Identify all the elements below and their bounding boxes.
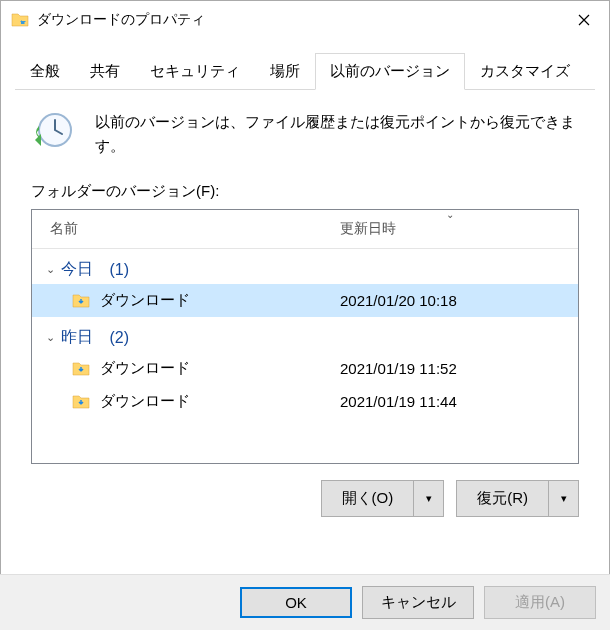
info-text: 以前のバージョンは、ファイル履歴または復元ポイントから復元できます。	[95, 110, 579, 158]
open-button[interactable]: 開く(O)	[321, 480, 415, 517]
column-name[interactable]: 名前	[32, 210, 322, 248]
close-button[interactable]	[561, 4, 607, 36]
open-dropdown[interactable]: ▾	[414, 480, 444, 517]
tab-security[interactable]: セキュリティ	[135, 53, 255, 90]
action-buttons: 開く(O) ▾ 復元(R) ▾	[1, 464, 609, 517]
list-header: 名前 ⌄ 更新日時	[32, 210, 578, 249]
item-date: 2021/01/19 11:44	[340, 393, 457, 410]
tab-strip: 全般 共有 セキュリティ 場所 以前のバージョン カスタマイズ	[1, 39, 609, 90]
item-date: 2021/01/19 11:52	[340, 360, 457, 377]
chevron-down-icon: ⌄	[46, 263, 55, 276]
tab-sharing[interactable]: 共有	[75, 53, 135, 90]
download-folder-icon	[72, 292, 90, 310]
item-name: ダウンロード	[100, 291, 340, 310]
download-folder-icon	[72, 393, 90, 411]
item-name: ダウンロード	[100, 392, 340, 411]
tab-general[interactable]: 全般	[15, 53, 75, 90]
tab-previous-versions[interactable]: 以前のバージョン	[315, 53, 465, 90]
window-title: ダウンロードのプロパティ	[37, 11, 561, 29]
info-block: 以前のバージョンは、ファイル履歴または復元ポイントから復元できます。	[31, 110, 579, 158]
titlebar: ダウンロードのプロパティ	[1, 1, 609, 39]
ok-button[interactable]: OK	[240, 587, 352, 618]
list-item[interactable]: ダウンロード 2021/01/19 11:44	[32, 385, 578, 418]
restore-dropdown[interactable]: ▾	[549, 480, 579, 517]
item-name: ダウンロード	[100, 359, 340, 378]
column-date[interactable]: ⌄ 更新日時	[322, 210, 578, 248]
list-item[interactable]: ダウンロード 2021/01/19 11:52	[32, 352, 578, 385]
restore-clock-icon	[31, 110, 75, 154]
versions-list[interactable]: 名前 ⌄ 更新日時 ⌄ 今日 (1) ダウンロード 2021/01/20 10:…	[31, 209, 579, 464]
group-yesterday[interactable]: ⌄ 昨日 (2)	[32, 317, 578, 352]
dialog-footer: OK キャンセル 適用(A)	[0, 574, 610, 630]
sort-desc-icon: ⌄	[446, 209, 454, 220]
item-date: 2021/01/20 10:18	[340, 292, 457, 309]
tab-location[interactable]: 場所	[255, 53, 315, 90]
download-folder-icon	[72, 360, 90, 378]
tab-content: 以前のバージョンは、ファイル履歴または復元ポイントから復元できます。 フォルダー…	[1, 90, 609, 464]
restore-split-button: 復元(R) ▾	[456, 480, 579, 517]
folder-icon	[11, 11, 29, 29]
cancel-button[interactable]: キャンセル	[362, 586, 474, 619]
group-today[interactable]: ⌄ 今日 (1)	[32, 249, 578, 284]
open-split-button: 開く(O) ▾	[321, 480, 445, 517]
list-item[interactable]: ダウンロード 2021/01/20 10:18	[32, 284, 578, 317]
tab-customize[interactable]: カスタマイズ	[465, 53, 585, 90]
chevron-down-icon: ⌄	[46, 331, 55, 344]
restore-button[interactable]: 復元(R)	[456, 480, 549, 517]
versions-label: フォルダーのバージョン(F):	[31, 182, 579, 201]
apply-button: 適用(A)	[484, 586, 596, 619]
